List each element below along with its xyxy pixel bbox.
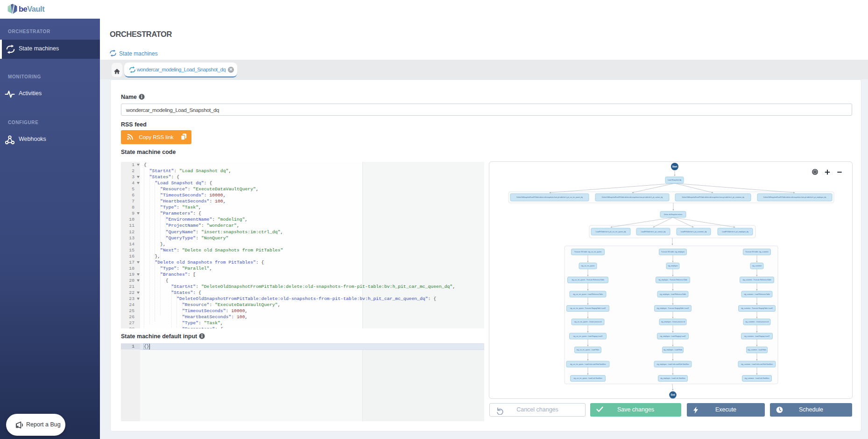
svg-text:stg_employee - Load Staging Le: stg_employee - Load Staging Level2 xyxy=(660,335,685,337)
svg-text:DeleteOldSnapshotFromPitTable:: DeleteOldSnapshotFromPitTable:delete:old… xyxy=(763,196,826,198)
svg-text:DeleteOldSnapshotFromPitTable:: DeleteOldSnapshotFromPitTable:delete:old… xyxy=(682,196,744,198)
svg-text:stg_car_mc_queen: stg_car_mc_queen xyxy=(581,265,595,267)
svg-text:stg_car_mc_queen - Truncate Re: stg_car_mc_queen - Truncate ReferenceTab… xyxy=(572,279,604,281)
svg-text:stg_customer - Load Hubs: stg_customer - Load Hubs xyxy=(748,349,766,351)
svg-text:stg_employee - Truncate Stagin: stg_employee - Truncate StagingTable Lev… xyxy=(657,307,689,309)
svg-text:LoadPitTable:bv:h_pit_contact_: LoadPitTable:bv:h_pit_contact_dq xyxy=(641,231,666,233)
svg-text:Start: Start xyxy=(672,166,677,168)
svg-text:stg_customer - Truncate Refere: stg_customer - Truncate ReferenceTable xyxy=(742,279,771,281)
svg-text:Truncate SG table: stg_car_mc_: Truncate SG table: stg_car_mc_queen xyxy=(574,251,601,253)
svg-text:stg_employee - Load Link Satel: stg_employee - Load Link Satellites xyxy=(660,377,685,379)
svg-text:stg_car_mc_queen - Load Stagin: stg_car_mc_queen - Load Staging Level2 xyxy=(573,335,603,337)
svg-text:stg_customer: stg_customer xyxy=(752,265,762,267)
svg-text:stg_employee - Create process: stg_employee - Create process id xyxy=(661,321,685,323)
svg-text:stg_customer - Load Link Satel: stg_customer - Load Link Satellites xyxy=(745,377,769,379)
svg-text:stg_customer - Load ReferenceT: stg_customer - Load ReferenceTable xyxy=(744,293,770,295)
svg-text:Truncate SG table: stg_custome: Truncate SG table: stg_customer xyxy=(745,251,769,253)
svg-text:stg_customer - Load Staging Le: stg_customer - Load Staging Level2 xyxy=(744,335,769,337)
svg-text:stg_employee: stg_employee xyxy=(668,265,677,267)
svg-text:stg_employee - Truncate Refere: stg_employee - Truncate ReferenceTable xyxy=(658,279,687,281)
svg-text:stg_car_mc_queen - Truncate St: stg_car_mc_queen - Truncate StagingTable… xyxy=(570,307,606,309)
svg-text:stg_employee - Load Hubs: stg_employee - Load Hubs xyxy=(663,349,683,351)
svg-text:Load Snapshot dq: Load Snapshot dq xyxy=(668,179,681,181)
svg-text:stg_car_mc_queen - Load Link S: stg_car_mc_queen - Load Link Satellites xyxy=(573,377,602,379)
svg-text:stg_car_mc_queen - Load Links: stg_car_mc_queen - Load Links and Hub Sa… xyxy=(570,363,606,365)
svg-text:DeleteOldSnapshotFromPitTable:: DeleteOldSnapshotFromPitTable:delete:old… xyxy=(516,196,583,198)
svg-text:stg_car_mc_queen - Load Hubs: stg_car_mc_queen - Load Hubs xyxy=(577,349,600,351)
svg-text:stg_employee - Load Links and: stg_employee - Load Links and Hub Satell… xyxy=(657,363,689,365)
svg-text:stg_customer - Create process: stg_customer - Create process id xyxy=(745,321,769,323)
svg-text:LoadPitTable:bv:h_pit_customer: LoadPitTable:bv:h_pit_customer_dq xyxy=(681,231,707,233)
svg-text:stg_car_mc_queen - Load Refere: stg_car_mc_queen - Load ReferenceTable xyxy=(573,293,603,295)
svg-text:End: End xyxy=(671,394,675,396)
svg-text:stg_customer - Load Links and: stg_customer - Load Links and Hub Satell… xyxy=(741,363,773,365)
svg-text:LoadPitTable:bv:h_pit_employee: LoadPitTable:bv:h_pit_employee_dq xyxy=(722,231,748,233)
svg-text:stg_car_mc_queen - Create proc: stg_car_mc_queen - Create process id xyxy=(574,321,602,323)
svg-text:Truncate SG table: stg_employe: Truncate SG table: stg_employee xyxy=(661,251,685,253)
svg-text:LoadPitTable:bv:h_pit_car_mc_q: LoadPitTable:bv:h_pit_car_mc_queen_dq xyxy=(596,231,626,233)
svg-text:DeleteOldSnapshotFromPitTable:: DeleteOldSnapshotFromPitTable:delete:old… xyxy=(602,196,663,198)
svg-text:Delete old Snapshot entries: Delete old Snapshot entries xyxy=(664,214,683,216)
svg-text:stg_customer - Truncate Stagin: stg_customer - Truncate StagingTable Lev… xyxy=(741,307,773,309)
svg-text:stg_employee - Load ReferenceT: stg_employee - Load ReferenceTable xyxy=(660,293,686,295)
